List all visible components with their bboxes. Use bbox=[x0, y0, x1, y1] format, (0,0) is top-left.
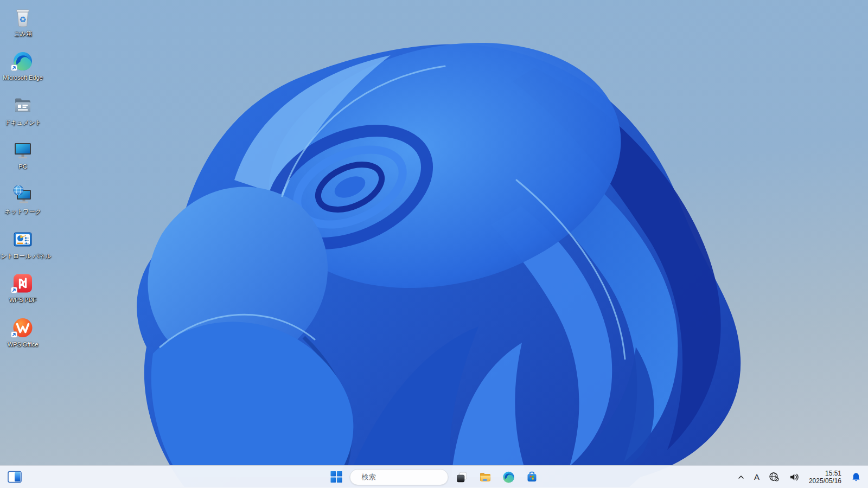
clock[interactable]: 15:51 2025/05/16 bbox=[808, 468, 843, 486]
task-view-icon bbox=[456, 471, 469, 484]
search-input[interactable] bbox=[361, 472, 458, 481]
volume-button[interactable] bbox=[788, 468, 801, 486]
notification-center-button[interactable] bbox=[850, 468, 863, 486]
shortcut-arrow-icon bbox=[11, 63, 17, 73]
ime-mode-label: A bbox=[754, 472, 760, 481]
task-view-button[interactable] bbox=[452, 467, 472, 487]
file-explorer-button[interactable] bbox=[476, 467, 495, 487]
desktop-icon-label: WPS PDF bbox=[9, 297, 36, 303]
widgets-icon bbox=[8, 471, 22, 483]
bell-icon bbox=[851, 472, 861, 483]
hidden-icons-button[interactable] bbox=[736, 468, 746, 486]
desktop-icon-wps-office[interactable]: WPS Office bbox=[0, 312, 46, 357]
microsoft-store-icon bbox=[526, 471, 539, 484]
clock-date: 2025/05/16 bbox=[809, 477, 841, 485]
desktop-icon-pc[interactable]: PC bbox=[0, 134, 46, 179]
desktop-icon-label: WPS Office bbox=[8, 341, 39, 348]
microsoft-store-button[interactable] bbox=[522, 467, 542, 487]
desktop-icon-label: Microsoft Edge bbox=[3, 74, 42, 81]
desktop-icon-wps-pdf[interactable]: WPS PDF bbox=[0, 268, 46, 312]
speaker-icon bbox=[789, 472, 800, 483]
desktop-icon-microsoft-edge[interactable]: Microsoft Edge bbox=[0, 46, 46, 90]
desktop-icon-control-panel[interactable]: コントロール パネル bbox=[0, 223, 46, 268]
recycle-bin-icon: ♻ bbox=[11, 5, 35, 29]
file-explorer-icon bbox=[479, 471, 492, 484]
desktop-icon-label: ドキュメント bbox=[4, 119, 41, 127]
widgets-button[interactable] bbox=[5, 467, 24, 487]
taskbar-search[interactable] bbox=[350, 469, 449, 485]
desktop-icon-network[interactable]: ネットワーク bbox=[0, 179, 46, 223]
clock-time: 15:51 bbox=[825, 470, 841, 477]
documents-folder-icon bbox=[11, 94, 35, 118]
network-status-button[interactable] bbox=[768, 468, 781, 486]
network-icon bbox=[11, 183, 35, 207]
desktop-icon-recycle-bin[interactable]: ♻ ごみ箱 bbox=[0, 1, 46, 46]
start-button[interactable] bbox=[327, 467, 346, 487]
desktop: ♻ ごみ箱 Microsoft Edg bbox=[0, 0, 868, 488]
desktop-icon-documents[interactable]: ドキュメント bbox=[0, 90, 46, 134]
pc-monitor-icon bbox=[11, 138, 35, 162]
taskbar: A 15:51 bbox=[0, 465, 868, 488]
desktop-icon-label: コントロール パネル bbox=[0, 252, 51, 260]
desktop-icon-column: ♻ ごみ箱 Microsoft Edg bbox=[0, 1, 46, 357]
shortcut-arrow-icon bbox=[11, 286, 17, 296]
desktop-icon-label: PC bbox=[18, 163, 27, 170]
shortcut-arrow-icon bbox=[11, 330, 17, 340]
globe-no-internet-icon bbox=[769, 472, 780, 482]
ime-mode-button[interactable]: A bbox=[753, 468, 761, 486]
desktop-icon-label: ネットワーク bbox=[4, 208, 41, 216]
wallpaper-bloom-image bbox=[0, 0, 868, 488]
control-panel-icon bbox=[11, 227, 35, 251]
windows-start-icon bbox=[330, 471, 342, 483]
desktop-icon-label: ごみ箱 bbox=[14, 30, 32, 38]
edge-taskbar-button[interactable] bbox=[499, 467, 519, 487]
svg-text:♻: ♻ bbox=[19, 15, 26, 24]
chevron-up-icon bbox=[737, 473, 745, 481]
edge-icon bbox=[502, 471, 515, 484]
